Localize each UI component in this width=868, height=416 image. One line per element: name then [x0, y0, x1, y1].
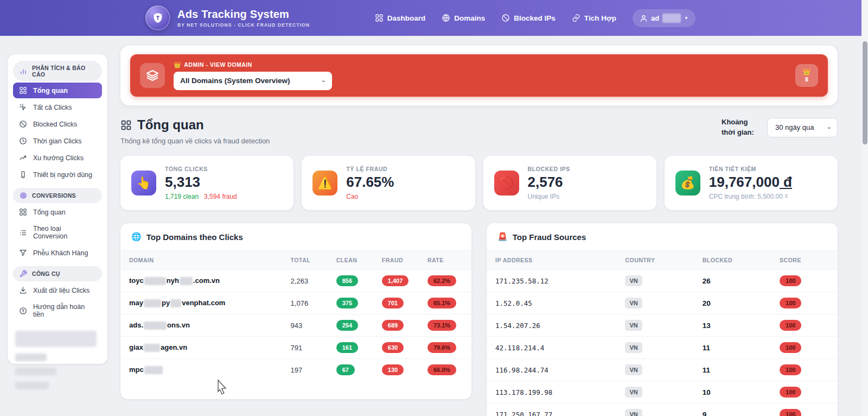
badge: 1,407 — [382, 275, 409, 286]
stat-card-tổng-clicks: 👆TỔNG CLICKS5,3131,719 clean3,594 fraud — [120, 156, 293, 210]
nav-item-tích-hợp[interactable]: Tích Hợp — [572, 14, 616, 22]
user-menu[interactable]: ad ▼ — [633, 9, 695, 27]
table-row[interactable]: 116.98.244.74VN11100 — [487, 359, 838, 381]
stat-value: 19,767,000 đ — [709, 174, 792, 191]
app-title: Ads Tracking System — [177, 8, 310, 21]
score-cell: 100 — [771, 314, 838, 337]
page-title: Tổng quan — [120, 117, 270, 133]
page-scrollbar[interactable] — [861, 0, 868, 416]
nav-item-dashboard[interactable]: Dashboard — [375, 14, 426, 22]
bar-chart-icon — [20, 67, 27, 75]
table-row[interactable]: 171.250.167.77VN9100 — [487, 404, 838, 416]
badge: 701 — [382, 298, 404, 308]
sidebar-section-header: CÔNG CỤ — [13, 266, 102, 281]
stat-sub: CPC trung bình: 5,500.00 ₫ — [709, 193, 788, 200]
sidebar-item-thời-gian-clicks[interactable]: Thời gian Clicks — [13, 133, 102, 149]
date-range-select[interactable]: 30 ngày qua — [767, 118, 838, 137]
shield-logo-icon — [145, 5, 170, 30]
badge: 100 — [780, 298, 801, 308]
clean-cell: 161 — [328, 337, 373, 359]
blocked-cell: 10 — [694, 381, 771, 404]
country-badge: VN — [625, 364, 642, 375]
table-row[interactable]: mpc1976713066.0% — [120, 359, 471, 381]
range-label: Khoảng thời gian: — [722, 117, 761, 138]
total-cell: 943 — [282, 314, 328, 337]
user-icon — [640, 14, 648, 22]
sidebar-item-phễu-khách-hàng[interactable]: Phễu Khách Hàng — [13, 245, 102, 261]
sidebar-section-label: PHÂN TÍCH & BÁO CÁO — [32, 65, 95, 78]
stat-value: 5,313 — [165, 174, 237, 191]
admin-banner-wrapper: 👑 ADMIN - VIEW DOMAIN All Domains (Syste… — [120, 46, 838, 105]
blocked-cell: 11 — [694, 337, 771, 359]
layers-icon — [140, 63, 165, 88]
sidebar-section-header: PHÂN TÍCH & BÁO CÁO — [13, 61, 102, 81]
sidebar-item-hướng-dẫn-hoàn-tiền[interactable]: Hướng dẫn hoàn tiền — [13, 299, 102, 322]
fraud-cell: 1,407 — [373, 270, 419, 292]
admin-crown-badge[interactable]: 👑 8 — [795, 64, 818, 87]
rate-cell: 73.1% — [419, 314, 471, 337]
domain-select[interactable]: All Domains (System Overview) — [174, 72, 332, 90]
table-row[interactable]: 171.235.58.12VN26100 — [487, 270, 838, 292]
redacted-block — [15, 331, 97, 347]
nav-item-domains[interactable]: Domains — [442, 14, 485, 22]
sidebar-item-tất-cả-clicks[interactable]: Tất cả Clicks — [13, 99, 102, 115]
list-icon — [19, 229, 27, 237]
sidebar-item-blocked-clicks[interactable]: Blocked Clicks — [13, 116, 102, 132]
ip-cell: 1.52.0.45 — [487, 292, 616, 314]
app-subtitle: BY NET SOLUTIONS - CLICK FRAUD DETECTION — [177, 22, 310, 28]
nav-item-blocked-ips[interactable]: Blocked IPs — [501, 14, 556, 22]
table-row[interactable]: 1.52.0.45VN20100 — [487, 292, 838, 314]
column-header-total: TOTAL — [282, 251, 328, 270]
wrench-icon — [20, 270, 27, 278]
grid-icon — [19, 208, 27, 216]
grid-icon — [19, 86, 27, 94]
download-icon — [19, 286, 27, 294]
redacted-text — [170, 299, 181, 307]
clean-cell: 856 — [328, 270, 373, 292]
fraud-cell: 689 — [373, 314, 419, 337]
stat-label: BLOCKED IPS — [528, 166, 570, 172]
main-content: 👑 ADMIN - VIEW DOMAIN All Domains (Syste… — [120, 36, 838, 416]
help-icon — [19, 307, 27, 315]
sidebar: PHÂN TÍCH & BÁO CÁOTổng quanTất cả Click… — [8, 54, 107, 364]
ip-cell: 1.54.207.26 — [487, 314, 616, 337]
sidebar-item-tổng-quan[interactable]: Tổng quan — [13, 83, 102, 98]
ip-cell: 171.250.167.77 — [487, 404, 616, 416]
country-cell: VN — [616, 292, 693, 314]
stat-sub: 1,719 clean — [165, 193, 199, 200]
country-badge: VN — [625, 298, 642, 308]
crown-icon: 👑 — [803, 68, 811, 75]
domain-cell: maypyvenphat.com — [120, 292, 282, 314]
rate-cell: 66.0% — [419, 359, 471, 381]
sidebar-item-tổng-quan[interactable]: Tổng quan — [13, 204, 102, 220]
redacted-text — [180, 277, 193, 285]
total-cell: 1,076 — [282, 292, 328, 314]
sidebar-item-thiết-bị-người-dùng[interactable]: Thiết bị người dùng — [13, 167, 102, 182]
domain-cell: toycnyh.com.vn — [120, 270, 282, 292]
fraud-cell: 130 — [373, 359, 419, 381]
redacted-text — [144, 277, 166, 285]
table-row[interactable]: maypyvenphat.com1,07637570165.1% — [120, 292, 471, 314]
nav-item-label: Dashboard — [387, 14, 426, 22]
table-row[interactable]: toycnyh.com.vn2,2638561,40762.2% — [120, 270, 471, 292]
table-row[interactable]: ads.ons.vn94325468973.1% — [120, 314, 471, 337]
sidebar-item-xu-hướng-clicks[interactable]: Xu hướng Clicks — [13, 150, 102, 166]
sidebar-item-label: Theo loại Conversion — [33, 225, 96, 240]
sidebar-item-xuất-dữ-liệu-clicks[interactable]: Xuất dữ liệu Clicks — [13, 282, 102, 298]
siren-emoji-icon: 🚨 — [497, 232, 508, 242]
country-cell: VN — [616, 337, 693, 359]
scrollbar-thumb[interactable] — [863, 41, 867, 144]
table-row[interactable]: giaxagen.vn79116163079.6% — [120, 337, 471, 359]
clean-cell: 254 — [328, 314, 373, 337]
ip-cell: 42.118.214.4 — [487, 337, 616, 359]
stat-sublabels: Unique IPs — [528, 193, 570, 200]
sidebar-item-theo-loại-conversion[interactable]: Theo loại Conversion — [13, 221, 102, 244]
badge: 130 — [382, 364, 404, 375]
country-cell: VN — [616, 314, 693, 337]
table-row[interactable]: 42.118.214.4VN11100 — [487, 337, 838, 359]
table-row[interactable]: 113.178.199.98VN10100 — [487, 381, 838, 404]
redacted-username — [662, 14, 681, 23]
country-cell: VN — [616, 404, 693, 416]
nav-item-label: Blocked IPs — [514, 14, 556, 22]
table-row[interactable]: 1.54.207.26VN13100 — [487, 314, 838, 337]
